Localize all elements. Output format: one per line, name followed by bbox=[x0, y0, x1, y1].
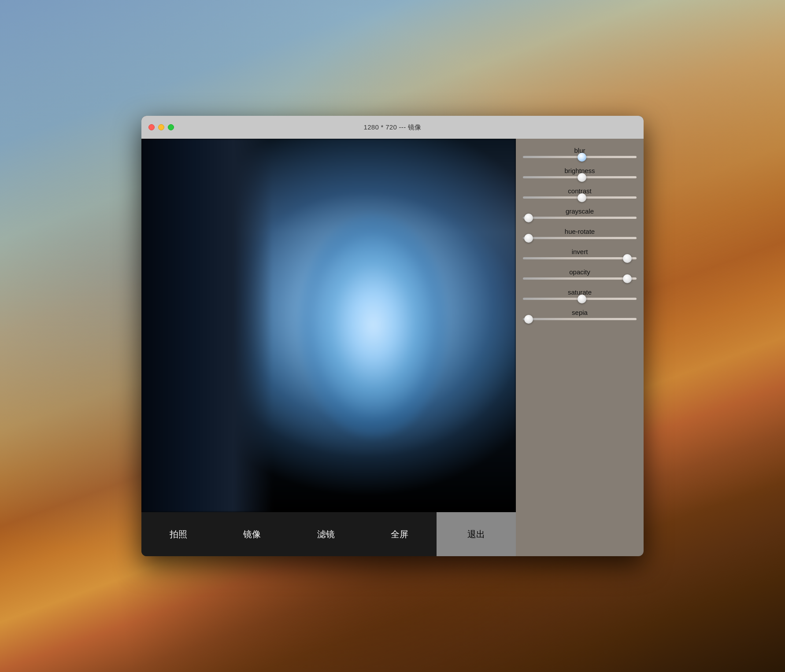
opacity-track bbox=[523, 277, 637, 280]
take-photo-button[interactable]: 拍照 bbox=[141, 528, 215, 540]
brightness-slider[interactable] bbox=[523, 176, 637, 178]
window-title: 1280 * 720 --- 镜像 bbox=[364, 123, 422, 132]
opacity-thumb[interactable] bbox=[623, 274, 632, 283]
hue-rotate-track bbox=[523, 237, 637, 239]
saturate-slider[interactable] bbox=[523, 298, 637, 300]
filter-label-invert: invert bbox=[523, 248, 637, 255]
sepia-thumb[interactable] bbox=[524, 315, 533, 324]
filter-label-grayscale: grayscale bbox=[523, 207, 637, 215]
blur-slider[interactable] bbox=[523, 156, 637, 158]
contrast-thumb[interactable] bbox=[578, 193, 586, 202]
minimize-button[interactable] bbox=[158, 124, 164, 130]
app-window: 1280 * 720 --- 镜像 拍照 镜像 滤镜 全屏 退出 bbox=[141, 116, 644, 556]
close-button[interactable] bbox=[148, 124, 155, 130]
traffic-lights bbox=[148, 124, 174, 130]
main-content: 拍照 镜像 滤镜 全屏 退出 blur brig bbox=[141, 139, 644, 556]
mirror-button[interactable]: 镜像 bbox=[215, 528, 289, 540]
filter-row-sepia: sepia bbox=[523, 305, 637, 324]
bottom-toolbar: 拍照 镜像 滤镜 全屏 退出 bbox=[141, 512, 516, 556]
filter-row-brightness: brightness bbox=[523, 163, 637, 182]
hue-rotate-thumb[interactable] bbox=[524, 234, 533, 243]
saturate-track bbox=[523, 298, 637, 300]
titlebar: 1280 * 720 --- 镜像 bbox=[141, 116, 644, 139]
filter-button[interactable]: 滤镜 bbox=[289, 528, 363, 540]
filter-label-sepia: sepia bbox=[523, 309, 637, 316]
filter-row-opacity: opacity bbox=[523, 265, 637, 283]
bottom-buttons: 拍照 镜像 滤镜 全屏 bbox=[141, 528, 437, 540]
camera-image-render bbox=[141, 139, 516, 512]
filter-row-grayscale: grayscale bbox=[523, 204, 637, 222]
camera-image bbox=[141, 139, 516, 512]
filter-row-hue-rotate: hue-rotate bbox=[523, 224, 637, 243]
grayscale-slider[interactable] bbox=[523, 217, 637, 219]
sepia-track bbox=[523, 318, 637, 320]
filter-sidebar: blur brightness contrast bbox=[516, 139, 644, 556]
contrast-track bbox=[523, 196, 637, 199]
hue-rotate-slider[interactable] bbox=[523, 237, 637, 239]
blur-track bbox=[523, 156, 637, 158]
invert-slider[interactable] bbox=[523, 257, 637, 259]
fullscreen-button[interactable]: 全屏 bbox=[363, 528, 437, 540]
filter-row-blur: blur bbox=[523, 143, 637, 162]
filter-label-hue-rotate: hue-rotate bbox=[523, 228, 637, 235]
exit-button[interactable]: 退出 bbox=[437, 512, 516, 556]
contrast-slider[interactable] bbox=[523, 196, 637, 199]
camera-view bbox=[141, 139, 516, 512]
opacity-slider[interactable] bbox=[523, 277, 637, 280]
saturate-thumb[interactable] bbox=[578, 295, 586, 303]
filter-row-contrast: contrast bbox=[523, 184, 637, 202]
grayscale-track bbox=[523, 217, 637, 219]
brightness-thumb[interactable] bbox=[578, 173, 586, 182]
maximize-button[interactable] bbox=[168, 124, 174, 130]
camera-section: 拍照 镜像 滤镜 全屏 退出 bbox=[141, 139, 516, 556]
filter-row-saturate: saturate bbox=[523, 285, 637, 303]
grayscale-thumb[interactable] bbox=[524, 214, 533, 222]
invert-track bbox=[523, 257, 637, 259]
filter-label-opacity: opacity bbox=[523, 268, 637, 276]
invert-thumb[interactable] bbox=[623, 254, 632, 263]
filter-row-invert: invert bbox=[523, 244, 637, 263]
blur-thumb[interactable] bbox=[578, 153, 586, 162]
brightness-track bbox=[523, 176, 637, 178]
sepia-slider[interactable] bbox=[523, 318, 637, 320]
